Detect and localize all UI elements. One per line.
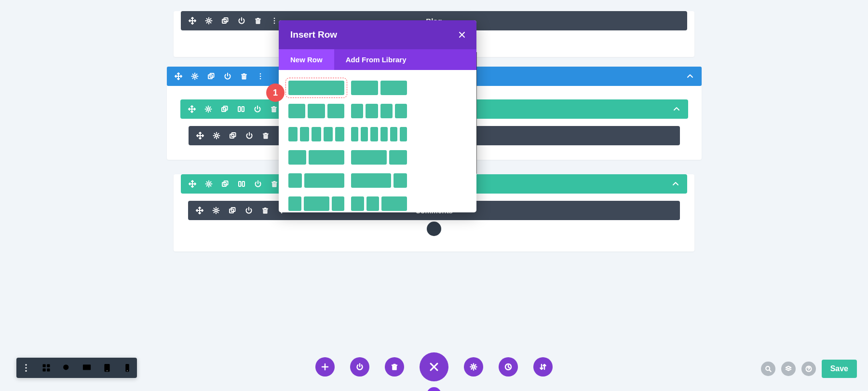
power-button[interactable] [350, 357, 369, 377]
trash-icon[interactable] [254, 17, 262, 25]
trash-button[interactable] [385, 357, 404, 377]
right-utilities: Save [761, 360, 857, 378]
step-badge: 1 [266, 84, 285, 102]
trash-icon[interactable] [261, 207, 269, 214]
collapse-icon[interactable] [686, 72, 694, 80]
builder-controls [315, 352, 553, 381]
tab-new-row[interactable]: New Row [279, 49, 334, 70]
save-button[interactable]: Save [822, 360, 857, 378]
more-icon[interactable] [271, 17, 278, 25]
layout-option-1[interactable] [288, 81, 344, 95]
power-icon[interactable] [238, 17, 245, 25]
phone-view-icon[interactable] [122, 363, 132, 373]
layout-option-7[interactable] [288, 150, 344, 165]
move-icon[interactable] [189, 180, 196, 188]
duplicate-icon[interactable] [221, 17, 229, 25]
power-icon[interactable] [254, 180, 262, 188]
history-button[interactable] [499, 357, 518, 377]
move-icon[interactable] [188, 105, 196, 113]
add-module-button[interactable] [427, 222, 441, 236]
gear-icon[interactable] [213, 132, 220, 140]
layout-option-11[interactable] [288, 196, 344, 211]
more-icon[interactable] [21, 363, 31, 373]
trash-icon[interactable] [240, 72, 248, 80]
settings-button[interactable] [464, 357, 483, 377]
duplicate-icon[interactable] [229, 132, 237, 140]
expand-handle[interactable] [427, 387, 441, 391]
layout-grid [279, 70, 476, 212]
modal-title: Insert Row [290, 29, 337, 40]
layout-option-4[interactable] [351, 104, 407, 118]
add-button[interactable] [315, 357, 335, 377]
layout-option-8[interactable] [351, 150, 407, 165]
zoom-icon[interactable] [62, 363, 71, 373]
layers-button[interactable] [781, 362, 796, 376]
move-icon[interactable] [196, 132, 204, 140]
layout-option-9[interactable] [288, 173, 344, 188]
move-icon[interactable] [196, 207, 203, 214]
help-button[interactable] [801, 362, 816, 376]
layout-option-6[interactable] [351, 127, 407, 141]
duplicate-icon[interactable] [207, 72, 215, 80]
layout-option-10[interactable] [351, 173, 407, 188]
power-icon[interactable] [245, 207, 253, 214]
layout-option-2[interactable] [351, 81, 407, 95]
gear-icon[interactable] [205, 180, 213, 188]
collapse-icon[interactable] [673, 105, 680, 113]
gear-icon[interactable] [204, 105, 212, 113]
close-builder-button[interactable] [420, 352, 448, 381]
trash-icon[interactable] [262, 132, 270, 140]
layout-option-3[interactable] [288, 104, 344, 118]
duplicate-icon[interactable] [221, 180, 229, 188]
columns-icon[interactable] [238, 180, 245, 188]
tablet-view-icon[interactable] [102, 363, 112, 373]
gear-icon[interactable] [205, 17, 213, 25]
tab-add-from-library[interactable]: Add From Library [334, 49, 418, 70]
wireframe-view-icon[interactable] [41, 363, 51, 373]
insert-row-modal: Insert Row New Row Add From Library [279, 20, 476, 212]
move-icon[interactable] [189, 17, 196, 25]
collapse-icon[interactable] [672, 180, 679, 188]
power-icon[interactable] [245, 132, 253, 140]
view-mode-bar [16, 358, 137, 378]
desktop-view-icon[interactable] [82, 363, 92, 373]
duplicate-icon[interactable] [221, 105, 229, 113]
move-icon[interactable] [175, 72, 182, 80]
search-button[interactable] [761, 362, 775, 376]
duplicate-icon[interactable] [229, 207, 236, 214]
power-icon[interactable] [224, 72, 231, 80]
close-icon[interactable] [458, 31, 466, 39]
gear-icon[interactable] [191, 72, 199, 80]
layout-option-12[interactable] [351, 196, 407, 211]
swap-button[interactable] [533, 357, 553, 377]
layout-option-5[interactable] [288, 127, 344, 141]
trash-icon[interactable] [271, 180, 278, 188]
trash-icon[interactable] [270, 105, 278, 113]
gear-icon[interactable] [212, 207, 220, 214]
more-icon[interactable] [257, 72, 264, 80]
power-icon[interactable] [254, 105, 261, 113]
columns-icon[interactable] [237, 105, 245, 113]
